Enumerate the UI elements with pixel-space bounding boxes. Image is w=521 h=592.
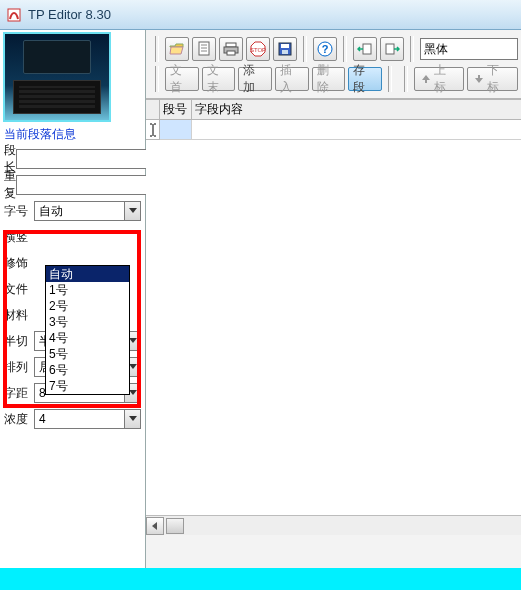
field-seg-len: 段长 <box>4 147 141 171</box>
label-file: 文件 <box>4 281 34 298</box>
toolbar-separator <box>410 36 414 62</box>
new-button[interactable] <box>192 37 216 61</box>
titlebar: TP Editor 8.30 <box>0 0 521 30</box>
dropdown-option[interactable]: 4号 <box>46 330 129 346</box>
svg-rect-12 <box>363 44 371 54</box>
label-density: 浓度 <box>4 411 34 428</box>
svg-text:STOP: STOP <box>250 47 266 53</box>
field-font-size: 字号 自动 <box>4 199 141 223</box>
btn-insert[interactable]: 插入 <box>275 67 309 91</box>
combo-density[interactable]: 4 <box>34 409 141 429</box>
toolbar-separator <box>404 66 408 92</box>
btn-delete[interactable]: 删除 <box>312 67 346 91</box>
text-cursor-icon <box>148 123 158 137</box>
combo-font-size-value: 自动 <box>39 203 63 220</box>
btn-doc-start[interactable]: 文首 <box>165 67 199 91</box>
toolbar-separator <box>155 36 159 62</box>
field-orient: 横竖 <box>4 225 141 249</box>
label-spacing: 字距 <box>4 385 34 402</box>
right-panel: STOP ? 文首 文末 添加 插入 删除 存段 <box>146 30 521 568</box>
btn-subscript[interactable]: 下标 <box>467 67 518 91</box>
save-button[interactable] <box>273 37 297 61</box>
dropdown-option[interactable]: 6号 <box>46 362 129 378</box>
dropdown-option[interactable]: 自动 <box>46 266 129 282</box>
btn-superscript-label: 上标 <box>434 62 458 96</box>
font-size-dropdown[interactable]: 自动 1号 2号 3号 4号 5号 6号 7号 <box>45 265 130 395</box>
svg-rect-2 <box>226 43 236 47</box>
toolbar-row-2: 文首 文末 添加 插入 删除 存段 上标 下标 <box>152 66 518 92</box>
toolbar-separator <box>155 66 159 92</box>
dropdown-option[interactable]: 5号 <box>46 346 129 362</box>
status-bar <box>0 568 521 590</box>
toolbar-separator <box>303 36 307 62</box>
dropdown-option[interactable]: 2号 <box>46 298 129 314</box>
label-decor: 修饰 <box>4 255 34 272</box>
combo-density-value: 4 <box>39 412 46 426</box>
help-button[interactable]: ? <box>313 37 337 61</box>
table-row[interactable] <box>160 120 521 140</box>
cell-segno[interactable] <box>160 120 192 140</box>
btn-superscript[interactable]: 上标 <box>414 67 465 91</box>
chevron-down-icon <box>124 202 140 220</box>
arrow-down-icon <box>474 74 484 84</box>
print-button[interactable] <box>219 37 243 61</box>
btn-save-seg[interactable]: 存段 <box>348 67 382 91</box>
horizontal-scrollbar[interactable] <box>146 515 521 535</box>
svg-rect-9 <box>282 50 288 54</box>
dropdown-option[interactable]: 3号 <box>46 314 129 330</box>
grid-header-segno[interactable]: 段号 <box>160 100 192 119</box>
font-name-input[interactable] <box>420 38 518 60</box>
grid-corner <box>146 100 160 119</box>
svg-rect-0 <box>8 9 20 21</box>
section-title: 当前段落信息 <box>0 124 145 145</box>
grid-area: 段号 字段内容 <box>146 99 521 535</box>
label-orient: 横竖 <box>4 229 34 246</box>
btn-add[interactable]: 添加 <box>238 67 272 91</box>
export-right-button[interactable] <box>380 37 404 61</box>
label-font-size: 字号 <box>4 203 34 220</box>
grid-headers: 段号 字段内容 <box>146 100 521 120</box>
device-thumbnail <box>3 32 111 122</box>
app-logo-icon <box>6 7 22 23</box>
field-repeat: 重复 <box>4 173 141 197</box>
dropdown-option[interactable]: 1号 <box>46 282 129 298</box>
export-left-button[interactable] <box>353 37 377 61</box>
left-panel: 当前段落信息 段长 重复 字号 自动 横竖 修饰 <box>0 30 146 568</box>
toolbar-separator <box>388 66 392 92</box>
svg-rect-8 <box>281 44 289 48</box>
scroll-thumb[interactable] <box>166 518 184 534</box>
toolbar-row-1: STOP ? <box>152 36 518 62</box>
arrow-up-icon <box>421 74 431 84</box>
stop-button[interactable]: STOP <box>246 37 270 61</box>
combo-font-size[interactable]: 自动 <box>34 201 141 221</box>
btn-doc-end[interactable]: 文末 <box>202 67 236 91</box>
toolbar-separator <box>343 36 347 62</box>
btn-subscript-label: 下标 <box>487 62 511 96</box>
svg-text:?: ? <box>322 43 329 55</box>
grid-body[interactable] <box>146 120 521 516</box>
scroll-left-button[interactable] <box>146 517 164 535</box>
dropdown-option[interactable]: 7号 <box>46 378 129 394</box>
grid-header-content[interactable]: 字段内容 <box>192 100 521 119</box>
label-repeat: 重复 <box>4 168 16 202</box>
open-button[interactable] <box>165 37 189 61</box>
label-align: 排列 <box>4 359 34 376</box>
cell-content[interactable] <box>192 120 521 140</box>
toolbar-area: STOP ? 文首 文末 添加 插入 删除 存段 <box>146 30 521 99</box>
svg-rect-13 <box>386 44 394 54</box>
app-title: TP Editor 8.30 <box>28 7 111 22</box>
chevron-down-icon <box>124 410 140 428</box>
label-halfcut: 半切 <box>4 333 34 350</box>
field-density: 浓度 4 <box>4 407 141 431</box>
svg-rect-4 <box>227 51 235 55</box>
row-marker[interactable] <box>146 120 160 140</box>
label-material: 材料 <box>4 307 34 324</box>
